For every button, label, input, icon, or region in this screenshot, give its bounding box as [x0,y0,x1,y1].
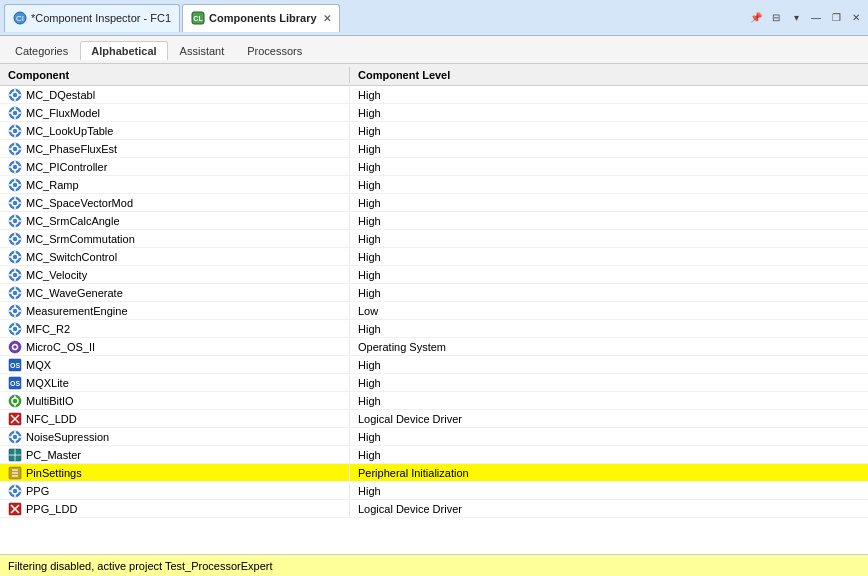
row-component-name: MC_SpaceVectorMod [0,195,350,211]
table-row[interactable]: MC_PhaseFluxEst High [0,140,868,158]
row-component-name: MC_SrmCommutation [0,231,350,247]
table-rows[interactable]: MC_DQestabl High MC_FluxModel High MC_Lo… [0,86,868,554]
row-component-level: Logical Device Driver [350,413,868,425]
tab-alphabetical[interactable]: Alphabetical [80,41,167,60]
title-bar: CI *Component Inspector - FC1 CL Compone… [0,0,868,36]
row-component-level: High [350,377,868,389]
table-row[interactable]: PinSettings Peripheral Initialization [0,464,868,482]
minimize-button[interactable]: — [808,10,824,26]
row-component-level: High [350,395,868,407]
table-row[interactable]: MeasurementEngine Low [0,302,868,320]
row-component-name: NoiseSupression [0,429,350,445]
restore-button[interactable]: ❐ [828,10,844,26]
row-component-name: MultiBitIO [0,393,350,409]
row-component-level: High [350,269,868,281]
tab-ci-label: *Component Inspector - FC1 [31,12,171,24]
table-row[interactable]: MC_WaveGenerate High [0,284,868,302]
row-component-name: OS MQX [0,357,350,373]
close-button[interactable]: ✕ [848,10,864,26]
row-component-name: PC_Master [0,447,350,463]
row-component-level: High [350,125,868,137]
row-component-level: Operating System [350,341,868,353]
row-component-name: MC_WaveGenerate [0,285,350,301]
table-row[interactable]: OS MQXLite High [0,374,868,392]
component-icon [7,267,23,283]
filter-button[interactable]: ⊟ [768,10,784,26]
row-component-name: MFC_R2 [0,321,350,337]
svg-point-88 [9,341,21,353]
row-component-level: High [350,449,868,461]
tab-component-inspector[interactable]: CI *Component Inspector - FC1 [4,4,180,32]
table-row[interactable]: MultiBitIO High [0,392,868,410]
row-component-name: MC_SwitchControl [0,249,350,265]
table-row[interactable]: PPG_LDD Logical Device Driver [0,500,868,518]
table-row[interactable]: NoiseSupression High [0,428,868,446]
row-component-level: High [350,161,868,173]
table-row[interactable]: MC_PIController High [0,158,868,176]
row-component-name: MC_FluxModel [0,105,350,121]
tab-cl-close[interactable]: ✕ [323,13,331,24]
pin-button[interactable]: 📌 [748,10,764,26]
table-row[interactable]: MC_Velocity High [0,266,868,284]
table-row[interactable]: OS MQX High [0,356,868,374]
table-row[interactable]: MC_Ramp High [0,176,868,194]
row-component-level: High [350,431,868,443]
component-icon [7,177,23,193]
row-component-name: MC_SrmCalcAngle [0,213,350,229]
component-icon [7,141,23,157]
row-component-name: MC_Velocity [0,267,350,283]
components-library-icon: CL [191,11,205,25]
tab-assistant[interactable]: Assistant [169,41,236,60]
status-bar: Filtering disabled, active project Test_… [0,554,868,576]
status-text: Filtering disabled, active project Test_… [8,560,273,572]
row-component-name: PPG_LDD [0,501,350,517]
table-row[interactable]: MC_SpaceVectorMod High [0,194,868,212]
row-component-level: High [350,179,868,191]
component-icon [7,195,23,211]
row-component-name: MC_DQestabl [0,87,350,103]
table-row[interactable]: MC_FluxModel High [0,104,868,122]
tab-processors[interactable]: Processors [236,41,313,60]
table-row[interactable]: PPG High [0,482,868,500]
main-content: Component Component Level MC_DQestabl Hi… [0,64,868,554]
table-row[interactable]: MC_LookUpTable High [0,122,868,140]
row-component-level: Low [350,305,868,317]
tab-components-library[interactable]: CL Components Library ✕ [182,4,340,32]
table-area: Component Component Level MC_DQestabl Hi… [0,64,868,554]
row-component-level: Logical Device Driver [350,503,868,515]
row-component-level: High [350,251,868,263]
component-icon [7,411,23,427]
table-row[interactable]: NFC_LDD Logical Device Driver [0,410,868,428]
row-component-name: MC_PhaseFluxEst [0,141,350,157]
component-icon: OS [7,357,23,373]
chevron-down-button[interactable]: ▾ [788,10,804,26]
svg-text:CI: CI [16,14,24,23]
table-row[interactable]: MFC_R2 High [0,320,868,338]
row-component-level: Peripheral Initialization [350,467,868,479]
row-component-level: High [350,215,868,227]
tab-categories[interactable]: Categories [4,41,79,60]
component-icon [7,303,23,319]
component-icon [7,483,23,499]
table-row[interactable]: MC_SrmCommutation High [0,230,868,248]
table-row[interactable]: PC_Master High [0,446,868,464]
component-icon [7,213,23,229]
component-icon [7,501,23,517]
component-icon [7,231,23,247]
tab-cl-label: Components Library [209,12,317,24]
component-icon [7,429,23,445]
component-icon [7,105,23,121]
row-component-name: OS MQXLite [0,375,350,391]
row-component-level: High [350,89,868,101]
table-row[interactable]: MicroC_OS_II Operating System [0,338,868,356]
column-headers: Component Component Level [0,64,868,86]
component-icon [7,159,23,175]
table-row[interactable]: MC_SwitchControl High [0,248,868,266]
component-icon [7,321,23,337]
component-icon: OS [7,375,23,391]
row-component-level: High [350,197,868,209]
table-row[interactable]: MC_SrmCalcAngle High [0,212,868,230]
table-row[interactable]: MC_DQestabl High [0,86,868,104]
row-component-name: NFC_LDD [0,411,350,427]
row-component-name: PinSettings [0,465,350,481]
